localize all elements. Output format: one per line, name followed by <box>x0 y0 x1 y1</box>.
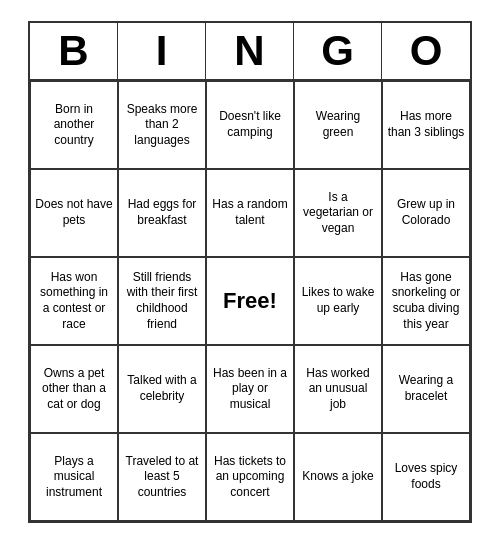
bingo-letter-b: B <box>30 23 118 79</box>
bingo-cell-16[interactable]: Talked with a celebrity <box>118 345 206 433</box>
bingo-cell-15[interactable]: Owns a pet other than a cat or dog <box>30 345 118 433</box>
bingo-cell-4[interactable]: Has more than 3 siblings <box>382 81 470 169</box>
bingo-cell-6[interactable]: Had eggs for breakfast <box>118 169 206 257</box>
bingo-cell-24[interactable]: Loves spicy foods <box>382 433 470 521</box>
bingo-cell-9[interactable]: Grew up in Colorado <box>382 169 470 257</box>
bingo-cell-17[interactable]: Has been in a play or musical <box>206 345 294 433</box>
bingo-letter-g: G <box>294 23 382 79</box>
bingo-grid: Born in another countrySpeaks more than … <box>30 81 470 521</box>
bingo-header: BINGO <box>30 23 470 81</box>
bingo-cell-12[interactable]: Free! <box>206 257 294 345</box>
bingo-card: BINGO Born in another countrySpeaks more… <box>28 21 472 523</box>
bingo-cell-21[interactable]: Traveled to at least 5 countries <box>118 433 206 521</box>
bingo-cell-1[interactable]: Speaks more than 2 languages <box>118 81 206 169</box>
bingo-cell-2[interactable]: Doesn't like camping <box>206 81 294 169</box>
bingo-cell-19[interactable]: Wearing a bracelet <box>382 345 470 433</box>
bingo-cell-11[interactable]: Still friends with their first childhood… <box>118 257 206 345</box>
bingo-letter-o: O <box>382 23 470 79</box>
bingo-cell-3[interactable]: Wearing green <box>294 81 382 169</box>
bingo-cell-14[interactable]: Has gone snorkeling or scuba diving this… <box>382 257 470 345</box>
bingo-cell-8[interactable]: Is a vegetarian or vegan <box>294 169 382 257</box>
bingo-cell-13[interactable]: Likes to wake up early <box>294 257 382 345</box>
bingo-cell-7[interactable]: Has a random talent <box>206 169 294 257</box>
bingo-letter-i: I <box>118 23 206 79</box>
bingo-cell-0[interactable]: Born in another country <box>30 81 118 169</box>
bingo-cell-22[interactable]: Has tickets to an upcoming concert <box>206 433 294 521</box>
bingo-cell-23[interactable]: Knows a joke <box>294 433 382 521</box>
bingo-cell-18[interactable]: Has worked an unusual job <box>294 345 382 433</box>
bingo-cell-20[interactable]: Plays a musical instrument <box>30 433 118 521</box>
bingo-cell-5[interactable]: Does not have pets <box>30 169 118 257</box>
bingo-letter-n: N <box>206 23 294 79</box>
bingo-cell-10[interactable]: Has won something in a contest or race <box>30 257 118 345</box>
